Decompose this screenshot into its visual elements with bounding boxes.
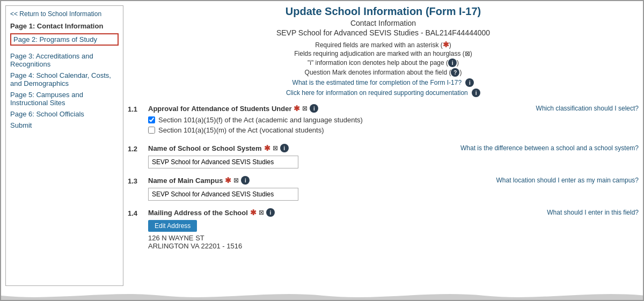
section-1-1-asterisk: ✱ bbox=[294, 104, 300, 113]
page-title: Update School Information (Form I-17) bbox=[128, 5, 639, 18]
section-1-4-help-link[interactable]: What should I enter in this field? bbox=[547, 209, 639, 216]
edit-address-button[interactable]: Edit Address bbox=[148, 220, 197, 232]
page-header: Update School Information (Form I-17) Co… bbox=[128, 5, 639, 99]
checkbox-academic-label: Section 101(a)(15)(f) of the Act (academ… bbox=[158, 116, 363, 124]
outer-container: << Return to School Information Page 1: … bbox=[0, 0, 644, 301]
section-1-1-number: 1.1 bbox=[128, 104, 144, 113]
section-1-3-title: Name of Main Campus bbox=[148, 177, 223, 185]
main-content: Update School Information (Form I-17) Co… bbox=[128, 5, 639, 286]
section-1-1-hourglass: ⊠ bbox=[302, 105, 308, 112]
section-1-2-hourglass: ⊠ bbox=[273, 144, 278, 152]
section-1-2-title: Name of School or School System bbox=[148, 144, 262, 152]
section-1-3-body: Name of Main Campus ✱ ⊠ i What location … bbox=[148, 176, 639, 201]
question-icon: ? bbox=[451, 68, 459, 77]
section-1-4-asterisk: ✱ bbox=[250, 208, 257, 217]
section-1-2-header: Name of School or School System ✱ ⊠ i Wh… bbox=[148, 144, 639, 152]
section-1-1: 1.1 Approval for Attendance of Students … bbox=[128, 104, 639, 136]
section-1-4-title: Mailing Address of the School bbox=[148, 209, 248, 217]
sidebar-submit[interactable]: Submit bbox=[10, 121, 119, 129]
info-line-1: Required fields are marked with an aster… bbox=[128, 40, 639, 49]
sidebar-item-page2[interactable]: Page 2: Programs of Study bbox=[10, 33, 119, 46]
section-1-3-header: Name of Main Campus ✱ ⊠ i What location … bbox=[148, 176, 639, 185]
sidebar-item-page1: Page 1: Contact Information bbox=[10, 22, 119, 30]
address-line-1: 126 N WAYNE ST bbox=[148, 234, 639, 242]
section-1-3-info-icon[interactable]: i bbox=[241, 176, 250, 185]
section-1-3-number: 1.3 bbox=[128, 176, 144, 185]
sidebar-item-page6[interactable]: Page 6: School Officials bbox=[10, 110, 119, 118]
address-line-2: ARLINGTON VA 22201 - 1516 bbox=[148, 242, 639, 250]
sidebar-item-page5[interactable]: Page 5: Campuses and Instructional Sites bbox=[10, 91, 119, 107]
completion-time-link[interactable]: What is the estimated time for completio… bbox=[128, 78, 639, 87]
section-1-4-hourglass: ⊠ bbox=[259, 209, 264, 216]
section-1-3: 1.3 Name of Main Campus ✱ ⊠ i What locat… bbox=[128, 176, 639, 201]
section-1-1-title: Approval for Attendance of Students Unde… bbox=[148, 105, 291, 113]
section-1-1-info-icon[interactable]: i bbox=[310, 104, 318, 113]
page-subtitle: Contact Information bbox=[128, 19, 639, 27]
checkbox-row-2: Section 101(a)(15)(m) of the Act (vocati… bbox=[148, 126, 639, 134]
section-1-2-help-link[interactable]: What is the difference between a school … bbox=[460, 144, 639, 152]
section-1-1-header: Approval for Attendance of Students Unde… bbox=[148, 104, 639, 113]
info-line-3: "i" information icon denotes help about … bbox=[128, 58, 639, 67]
info-line-2: Fields requiring adjudication are marked… bbox=[128, 50, 639, 57]
sidebar-item-page4[interactable]: Page 4: School Calendar, Costs, and Demo… bbox=[10, 71, 119, 87]
info-lines: Required fields are marked with an aster… bbox=[128, 40, 639, 77]
section-1-2: 1.2 Name of School or School System ✱ ⊠ … bbox=[128, 144, 639, 168]
section-1-4: 1.4 Mailing Address of the School ✱ ⊠ i … bbox=[128, 208, 639, 250]
section-1-1-help-link[interactable]: Which classification should I select? bbox=[536, 105, 639, 112]
info-icon: i bbox=[448, 58, 457, 67]
school-name-input[interactable] bbox=[148, 156, 298, 168]
checkbox-vocational-label: Section 101(a)(15)(m) of the Act (vocati… bbox=[158, 126, 324, 134]
checkbox-vocational[interactable] bbox=[148, 127, 155, 134]
supporting-docs-link[interactable]: Click here for information on required s… bbox=[128, 89, 639, 97]
section-1-4-header: Mailing Address of the School ✱ ⊠ i What… bbox=[148, 208, 639, 217]
section-1-3-help-link[interactable]: What location should I enter as my main … bbox=[496, 177, 639, 184]
sidebar-item-page2-wrapper: Page 2: Programs of Study bbox=[10, 33, 119, 49]
main-campus-input[interactable] bbox=[148, 188, 298, 201]
section-1-4-number: 1.4 bbox=[128, 208, 144, 217]
section-1-3-hourglass: ⊠ bbox=[233, 177, 239, 184]
school-name: SEVP School for Advanced SEVIS Studies -… bbox=[128, 28, 639, 37]
info-line-4: Question Mark denotes information about … bbox=[128, 68, 639, 77]
sidebar-item-page3[interactable]: Page 3: Accreditations and Recognitions bbox=[10, 52, 119, 68]
section-1-2-body: Name of School or School System ✱ ⊠ i Wh… bbox=[148, 144, 639, 168]
section-1-4-body: Mailing Address of the School ✱ ⊠ i What… bbox=[148, 208, 639, 250]
asterisk-icon: ✱ bbox=[443, 40, 449, 49]
checkbox-academic[interactable] bbox=[148, 116, 155, 123]
main-layout: << Return to School Information Page 1: … bbox=[1, 1, 643, 290]
checkbox-row-1: Section 101(a)(15)(f) of the Act (academ… bbox=[148, 116, 639, 124]
section-1-1-body: Approval for Attendance of Students Unde… bbox=[148, 104, 639, 136]
section-1-4-info-icon[interactable]: i bbox=[266, 208, 275, 217]
wavy-bottom bbox=[1, 290, 643, 300]
wave-svg bbox=[1, 290, 643, 300]
completion-time-info-icon: i bbox=[465, 78, 474, 87]
sidebar: << Return to School Information Page 1: … bbox=[5, 5, 123, 286]
return-to-school-link[interactable]: << Return to School Information bbox=[10, 10, 119, 18]
section-1-3-asterisk: ✱ bbox=[225, 176, 231, 185]
section-1-2-asterisk: ✱ bbox=[264, 144, 270, 152]
section-1-2-number: 1.2 bbox=[128, 144, 144, 153]
section-1-2-info-icon[interactable]: i bbox=[280, 144, 289, 152]
supporting-docs-info-icon: i bbox=[472, 89, 480, 97]
hourglass-icon: ⊠ bbox=[465, 50, 470, 57]
